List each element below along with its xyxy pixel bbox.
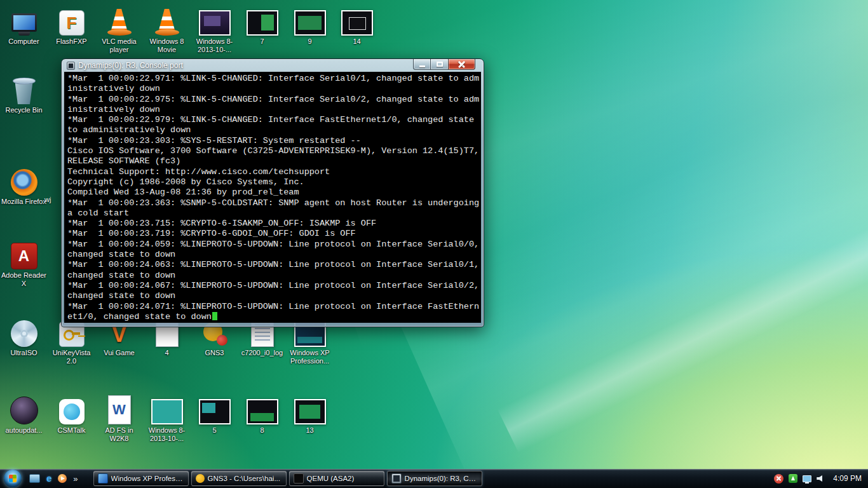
desktop-icon-ultraiso[interactable]: UltraISO bbox=[0, 316, 48, 357]
desktop-icon-recycle-bin[interactable]: Recycle Bin bbox=[0, 74, 48, 114]
computer-icon bbox=[11, 5, 37, 36]
red-x-status-icon[interactable] bbox=[774, 474, 783, 484]
show-desktop-icon[interactable] bbox=[29, 474, 40, 483]
desktop-icon-label: FlashFXP bbox=[56, 37, 86, 46]
desktop-icon-label: Computer bbox=[8, 37, 39, 46]
start-button[interactable] bbox=[4, 470, 22, 487]
desktop-icon-13[interactable]: 13 bbox=[286, 394, 334, 435]
cone-icon bbox=[155, 5, 179, 36]
word-document-icon: W bbox=[108, 394, 131, 424]
media-player-icon[interactable] bbox=[58, 474, 67, 483]
task-label: Windows XP Profess... bbox=[111, 475, 184, 482]
desktop-icon-label: 7 bbox=[260, 37, 264, 46]
screenshot-thumbnail-icon bbox=[341, 5, 373, 36]
desktop-icon-9[interactable]: 9 bbox=[286, 5, 334, 46]
desktop-icon-windows8-movie[interactable]: Windows 8 Movie bbox=[143, 5, 191, 54]
desktop-icon-label: 4 bbox=[165, 349, 168, 357]
desktop-icon-5[interactable]: 5 bbox=[191, 394, 238, 435]
console-log-text: *Mar 1 00:00:22.971: %LINK-5-CHANGED: In… bbox=[67, 74, 481, 322]
desktop-icon-label: AD FS in W2K8 bbox=[96, 426, 143, 443]
screenshot-thumbnail-icon bbox=[247, 5, 278, 36]
desktop-icon-label: autoupdat... bbox=[5, 426, 42, 435]
round-picture-icon bbox=[10, 394, 38, 424]
desktop-icon-label: 8 bbox=[260, 426, 264, 435]
desktop-icon-label: Windows 8-2013-10-... bbox=[144, 426, 191, 443]
close-icon bbox=[458, 61, 465, 68]
desktop: Computer F FlashFXP VLC media player Win… bbox=[0, 0, 868, 488]
chevron-expand-icon[interactable]: » bbox=[73, 475, 78, 483]
screenshot-thumbnail-icon bbox=[151, 394, 183, 424]
console-output-area[interactable]: *Mar 1 00:00:22.971: %LINK-5-CHANGED: In… bbox=[64, 72, 481, 323]
green-arrow-icon[interactable] bbox=[789, 474, 797, 483]
chat-app-icon bbox=[59, 394, 85, 424]
desktop-icon-14[interactable]: 14 bbox=[333, 5, 381, 46]
desktop-icon-label: Recycle Bin bbox=[5, 106, 42, 114]
desktop-icon-csmtalk[interactable]: CSMTalk bbox=[48, 394, 95, 435]
task-label: QEMU (ASA2) bbox=[307, 475, 355, 482]
desktop-icon-windows8-screenshot[interactable]: Windows 8-2013-10-... bbox=[191, 5, 238, 54]
desktop-icon-label: Vui Game bbox=[104, 349, 135, 357]
desktop-icon-label: UniKeyVista 2.0 bbox=[48, 349, 95, 365]
maximize-button[interactable] bbox=[431, 59, 448, 70]
desktop-icon-adfs-doc[interactable]: W AD FS in W2K8 bbox=[95, 394, 143, 443]
terminal-app-icon bbox=[391, 473, 402, 484]
window-caption-buttons bbox=[413, 59, 475, 70]
desktop-icon-label-partial: wj bbox=[44, 196, 51, 203]
taskbar-button-dynamips[interactable]: Dynamips(0): R3, Co... bbox=[387, 471, 482, 486]
gns3-icon bbox=[196, 474, 205, 483]
terminal-app-icon bbox=[67, 62, 75, 70]
screenshot-thumbnail-icon bbox=[294, 394, 326, 424]
terminal-cursor bbox=[212, 312, 217, 320]
system-tray: 4:09 PM bbox=[774, 474, 868, 484]
taskbar: e » Windows XP Profess... GNS3 - C:\User… bbox=[0, 469, 868, 488]
taskbar-button-winxp[interactable]: Windows XP Profess... bbox=[93, 471, 189, 486]
firefox-icon bbox=[11, 165, 37, 196]
desktop-icon-label: Adobe Reader X bbox=[1, 271, 48, 288]
screenshot-thumbnail-icon bbox=[294, 5, 326, 36]
desktop-icon-label: Mozilla Firefox bbox=[1, 198, 46, 206]
screenshot-thumbnail-icon bbox=[199, 394, 231, 424]
desktop-icon-label: c7200_i0_log bbox=[241, 349, 283, 357]
desktop-icon-8[interactable]: 8 bbox=[238, 394, 286, 435]
task-label: Dynamips(0): R3, Co... bbox=[405, 475, 478, 482]
wallpaper-streak bbox=[498, 142, 868, 452]
desktop-icon-7[interactable]: 7 bbox=[238, 5, 286, 46]
desktop-icon-label: Windows XP Profession... bbox=[287, 349, 334, 365]
close-button[interactable] bbox=[448, 59, 475, 70]
desktop-icon-label: VLC media player bbox=[96, 37, 143, 54]
desktop-icon-flashfxp[interactable]: F FlashFXP bbox=[48, 5, 95, 46]
flashfxp-icon: F bbox=[59, 5, 85, 36]
desktop-icon-label: CSMTalk bbox=[57, 426, 85, 435]
desktop-icon-label: 14 bbox=[353, 37, 360, 46]
task-label: GNS3 - C:\Users\hai... bbox=[208, 475, 280, 482]
qemu-icon bbox=[294, 473, 304, 484]
maximize-icon bbox=[437, 62, 443, 67]
desktop-icon-adobe-reader[interactable]: A Adobe Reader X bbox=[0, 239, 48, 288]
desktop-icon-label: UltraISO bbox=[10, 349, 37, 357]
desktop-icon-firefox[interactable]: Mozilla Firefox bbox=[0, 165, 48, 206]
taskbar-tasks: Windows XP Profess... GNS3 - C:\Users\ha… bbox=[93, 471, 482, 486]
desktop-icon-label: 5 bbox=[212, 426, 216, 435]
minimize-icon bbox=[419, 65, 425, 67]
recycle-bin-icon bbox=[13, 74, 36, 104]
desktop-icon-label: GNS3 bbox=[205, 349, 224, 357]
volume-icon[interactable] bbox=[817, 475, 825, 482]
taskbar-clock[interactable]: 4:09 PM bbox=[833, 474, 862, 483]
internet-explorer-icon[interactable]: e bbox=[46, 474, 51, 483]
desktop-icon-computer[interactable]: Computer bbox=[0, 5, 48, 46]
minimize-button[interactable] bbox=[413, 59, 431, 70]
desktop-icon-windows8-screenshot-2[interactable]: Windows 8-2013-10-... bbox=[143, 394, 191, 443]
desktop-icon-vlc[interactable]: VLC media player bbox=[95, 5, 143, 54]
desktop-icon-label: 13 bbox=[306, 426, 313, 435]
desktop-icon-label: 9 bbox=[308, 37, 311, 46]
window-app-icon bbox=[98, 473, 108, 484]
adobe-reader-icon: A bbox=[11, 239, 37, 269]
vlc-cone-icon bbox=[107, 5, 132, 36]
desktop-icon-label: Windows 8-2013-10-... bbox=[191, 37, 238, 54]
screenshot-thumbnail-icon bbox=[199, 5, 231, 36]
network-icon[interactable] bbox=[803, 475, 811, 482]
taskbar-button-gns3[interactable]: GNS3 - C:\Users\hai... bbox=[191, 471, 287, 486]
dynamips-console-window: Dynamips(0): R3, Console port *Mar 1 00:… bbox=[61, 58, 484, 327]
taskbar-button-qemu[interactable]: QEMU (ASA2) bbox=[289, 471, 384, 486]
desktop-icon-autoupdate[interactable]: autoupdat... bbox=[0, 394, 48, 435]
